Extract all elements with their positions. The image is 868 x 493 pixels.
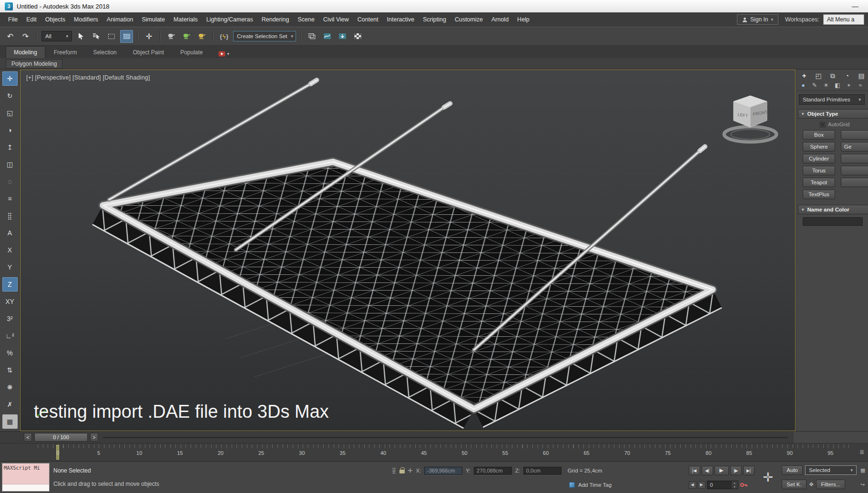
maxscript-button[interactable]: {ϟ} (218, 30, 231, 43)
scene-explorer-button[interactable] (306, 30, 318, 43)
menu-file[interactable]: File (4, 14, 22, 25)
menu-edit[interactable]: Edit (22, 14, 41, 25)
textplus-button[interactable]: TextPlus (803, 190, 835, 199)
window-crossing-toggle[interactable] (120, 30, 133, 43)
percent-snap-button[interactable]: % (2, 346, 18, 360)
key-selection-dropdown[interactable]: Selected ▾ (805, 465, 857, 475)
select-and-rotate-button[interactable]: ↻ (2, 89, 18, 103)
menu-simulate[interactable]: Simulate (137, 14, 169, 25)
motion-tab-icon[interactable]: ◔ (841, 72, 853, 80)
menu-customize[interactable]: Customize (450, 14, 487, 25)
tube-button-partial[interactable] (841, 154, 868, 163)
snap-toggle-button[interactable]: 3² (2, 312, 18, 326)
constraint-x-button[interactable]: X (2, 243, 18, 257)
angle-snap-button[interactable]: ∟² (2, 329, 18, 343)
helpers-category-icon[interactable]: ⌖ (844, 82, 854, 89)
viewport-label[interactable]: [+] [Perspective] [Standard] [Default Sh… (26, 74, 150, 81)
constraint-z-button[interactable]: Z (2, 277, 18, 292)
previous-frame-button[interactable]: ◀| (702, 466, 713, 475)
edge-arrow-icon[interactable]: ↪ (860, 482, 868, 488)
render-settings-button[interactable] (351, 30, 364, 43)
constraint-xy-button[interactable]: XY (2, 294, 18, 309)
edge-grid-icon[interactable]: ▦ (860, 467, 868, 473)
tab-populate[interactable]: Populate (173, 47, 210, 58)
rendered-frame-window-button[interactable] (180, 30, 193, 43)
sign-in-dropdown[interactable]: Sign In ▾ (737, 14, 778, 25)
key-filters-icon[interactable]: ❖ (809, 481, 814, 488)
tab-freeform[interactable]: Freeform (46, 47, 85, 58)
ribbon-options-button[interactable]: ▾ (218, 51, 230, 58)
soft-selection-button[interactable]: ◌ (2, 174, 18, 189)
menu-arnold[interactable]: Arnold (487, 14, 513, 25)
teapot-button[interactable]: Teapot (803, 178, 835, 187)
spin-down-icon[interactable]: ▾ (734, 485, 735, 488)
add-keys-icon[interactable]: ✛ (763, 463, 774, 492)
select-and-move-toolbar-button[interactable]: ✛ (143, 30, 155, 43)
menu-interactive[interactable]: Interactive (383, 14, 419, 25)
align-button[interactable]: ≡ (2, 191, 18, 206)
tab-selection[interactable]: Selection (85, 47, 124, 58)
geometry-category-icon[interactable]: ● (798, 82, 808, 89)
menu-civil-view[interactable]: Civil View (319, 14, 353, 25)
polygon-modeling-panel[interactable]: Polygon Modeling (6, 59, 62, 69)
geosphere-button-partial[interactable]: Ge (841, 142, 868, 151)
spin-up-icon[interactable]: ▴ (734, 481, 735, 484)
torus-button[interactable]: Torus (803, 166, 835, 175)
create-tab-icon[interactable]: + (798, 72, 810, 80)
rename-objects-button[interactable]: A (2, 226, 18, 240)
next-frame-button[interactable]: |▶ (730, 466, 742, 475)
previous-frame-button[interactable]: < (24, 433, 32, 442)
select-and-move-button[interactable]: ✛ (2, 71, 18, 86)
menu-scripting[interactable]: Scripting (419, 14, 450, 25)
minimize-button[interactable]: — (847, 2, 863, 10)
display-tab-icon[interactable]: ▤ (855, 72, 868, 80)
menu-scene[interactable]: Scene (293, 14, 318, 25)
object-name-field[interactable] (803, 217, 863, 226)
lights-category-icon[interactable]: ☀ (821, 82, 831, 89)
select-and-scale-button[interactable]: ◱ (2, 106, 18, 120)
select-object-button[interactable] (74, 30, 87, 43)
y-coordinate-field[interactable]: 270,088cm (474, 467, 512, 475)
render-setup-teapot-button[interactable] (165, 30, 178, 43)
key-step-forward-button[interactable]: ▶ (698, 481, 705, 489)
cone-button-partial[interactable] (841, 130, 868, 140)
set-key-button[interactable]: Set K. (782, 480, 806, 489)
menu-lighting-cameras[interactable]: Lighting/Cameras (202, 14, 257, 25)
crossing-toggle-button[interactable]: ✗ (2, 397, 18, 412)
autogrid-checkbox[interactable] (820, 122, 825, 127)
spinner-snap-button[interactable]: ⇅ (2, 363, 18, 377)
modify-tab-icon[interactable]: ◰ (812, 72, 825, 80)
menu-rendering[interactable]: Rendering (257, 14, 294, 25)
mirror-button[interactable]: ◫ (2, 157, 18, 171)
primitive-category-dropdown[interactable]: Standard Primitives ▾ (799, 94, 865, 105)
z-coordinate-field[interactable]: 0,0cm (523, 467, 562, 475)
object-type-header[interactable]: ▾ Object Type (798, 109, 868, 119)
tab-modeling[interactable]: Modeling (6, 46, 45, 58)
perspective-viewport[interactable]: [+] [Perspective] [Standard] [Default Sh… (20, 70, 796, 431)
spinner-arrows[interactable]: ▴ ▾ (732, 481, 738, 489)
cylinder-button[interactable]: Cylinder (803, 154, 835, 163)
menu-help[interactable]: Help (513, 14, 534, 25)
track-bar[interactable]: 0 5 10 15 20 25 30 35 40 45 50 55 60 65 … (0, 443, 868, 461)
maxscript-mini-listener[interactable]: MAXScript Mi (2, 463, 50, 492)
selection-filter-dropdown[interactable]: All ▾ (41, 31, 72, 41)
timeline-options-icon[interactable]: ≣ (859, 449, 864, 455)
menu-materials[interactable]: Materials (169, 14, 202, 25)
redo-button[interactable]: ↷ (19, 30, 32, 43)
dope-sheet-button[interactable] (336, 30, 349, 43)
menu-modifiers[interactable]: Modifiers (70, 14, 102, 25)
box-button[interactable]: Box (803, 130, 835, 140)
constraint-y-button[interactable]: Y (2, 260, 18, 274)
view-cube[interactable]: LEFT FRONT (722, 87, 779, 149)
key-step-back-button[interactable]: ◀ (689, 481, 696, 489)
spacewarps-category-icon[interactable]: ≈ (855, 82, 866, 89)
time-slider-track[interactable] (103, 437, 788, 438)
shapes-category-icon[interactable]: ✎ (809, 82, 820, 89)
pyramid-button-partial[interactable] (841, 166, 868, 175)
render-production-button[interactable] (195, 30, 208, 43)
selection-lock-icon[interactable] (399, 470, 405, 473)
hierarchy-tab-icon[interactable]: ⧉ (827, 72, 839, 80)
tab-object-paint[interactable]: Object Paint (125, 47, 172, 58)
maxscript-listener-input[interactable] (2, 484, 49, 491)
x-coordinate-field[interactable]: -369,966cm (424, 467, 462, 475)
